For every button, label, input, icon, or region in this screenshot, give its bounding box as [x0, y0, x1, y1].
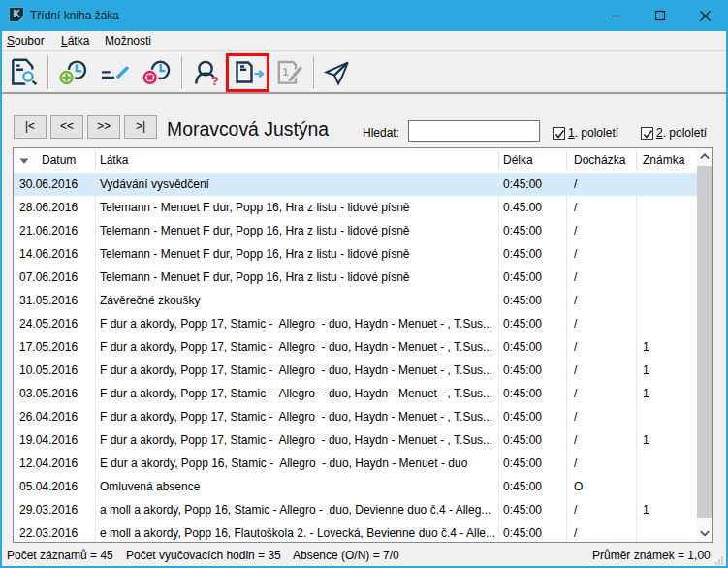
- svg-text:1: 1: [283, 66, 289, 78]
- svg-text:?: ?: [211, 74, 219, 88]
